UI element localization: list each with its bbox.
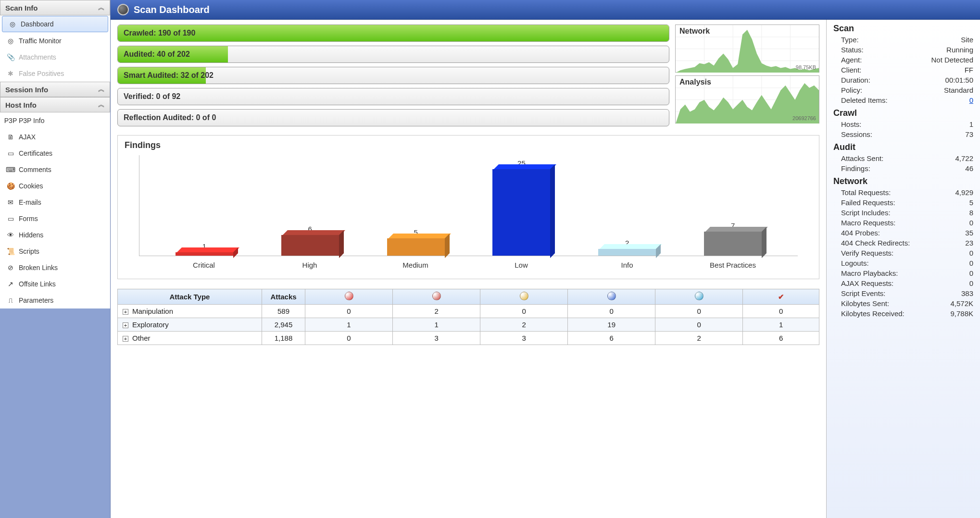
- expand-icon[interactable]: +: [123, 322, 128, 328]
- sidebar-item-label: AJAX: [19, 133, 36, 141]
- info-row: 404 Probes:35: [833, 228, 973, 238]
- sidebar-item-label: False Positives: [19, 70, 64, 77]
- chevron-up-icon: ︽: [98, 3, 105, 12]
- bar-label: Low: [476, 261, 567, 269]
- chevron-up-icon: ︽: [98, 85, 105, 94]
- bar-high[interactable]: 6: [264, 225, 356, 256]
- bar-best-practices[interactable]: 7: [687, 222, 779, 256]
- info-row: Policy:Standard: [833, 85, 973, 95]
- severity-icon: [607, 292, 616, 300]
- sidebar-item-parameters[interactable]: ⎍Parameters: [0, 292, 110, 308]
- sidebar-item-hiddens-icon: 👁: [6, 231, 15, 239]
- info-row: Deleted Items:0: [833, 95, 973, 105]
- sidebar-item-label: Dashboard: [21, 20, 54, 28]
- progress-label: Audited: 40 of 202: [124, 50, 190, 59]
- table-header[interactable]: [480, 289, 568, 305]
- sidebar-item-cookies[interactable]: 🍪Cookies: [0, 178, 110, 194]
- sidebar-item-label: Comments: [19, 166, 51, 173]
- bar-label: High: [264, 261, 355, 269]
- table-row[interactable]: +Manipulation589020000: [118, 305, 819, 318]
- info-row: Total Requests:4,929: [833, 187, 973, 197]
- info-row: Attacks Sent:4,722: [833, 153, 973, 163]
- sidebar-item-p3p-info[interactable]: P3PP3P Info: [0, 112, 110, 129]
- expand-icon[interactable]: +: [123, 336, 128, 342]
- sidebar-item-attachments[interactable]: 📎Attachments: [0, 49, 110, 65]
- table-row[interactable]: +Other1,188033626: [118, 332, 819, 345]
- sidebar-item-label: Hiddens: [19, 231, 43, 239]
- sidebar-item-ajax[interactable]: 🗎AJAX: [0, 129, 110, 145]
- table-header[interactable]: Attack Type: [118, 289, 262, 305]
- sidebar-item-label: P3P Info: [19, 117, 44, 124]
- sidebar-item-cookies-icon: 🍪: [6, 182, 15, 190]
- sidebar-section-header[interactable]: Session Info︽: [0, 82, 110, 97]
- bar-label: Critical: [158, 261, 250, 269]
- progress-bar: Reflection Audited: 0 of 0: [117, 109, 669, 126]
- findings-bar-chart: 1 6 5 25 2: [139, 155, 798, 256]
- info-row: AJAX Requests:0: [833, 278, 973, 288]
- sidebar-item-scripts-icon: 📜: [6, 247, 15, 256]
- sidebar-item-forms-icon: ▭: [6, 214, 15, 223]
- bar-medium[interactable]: 5: [370, 228, 462, 256]
- info-panel: ScanType:SiteStatus:RunningAgent:Not Det…: [826, 20, 980, 518]
- info-section-header: Audit: [833, 142, 973, 152]
- info-row: 404 Check Redirects:23: [833, 238, 973, 248]
- info-link[interactable]: 0: [969, 96, 973, 104]
- info-row: Duration:00:01:50: [833, 75, 973, 85]
- sidebar-section-header[interactable]: Host Info︽: [0, 97, 110, 112]
- network-chart-value: 98.75KB: [796, 64, 816, 70]
- info-row: Sessions:73: [833, 129, 973, 139]
- sidebar-item-offsite-links[interactable]: ↗Offsite Links: [0, 276, 110, 292]
- table-header[interactable]: [568, 289, 655, 305]
- sidebar-item-attachments-icon: 📎: [6, 53, 15, 62]
- expand-icon[interactable]: +: [123, 309, 128, 315]
- info-row: Script Includes:8: [833, 208, 973, 218]
- sidebar-item-label: Attachments: [19, 53, 56, 61]
- sidebar-item-label: Parameters: [19, 296, 53, 304]
- sidebar-item-emails[interactable]: ✉E-mails: [0, 194, 110, 210]
- table-header[interactable]: [393, 289, 480, 305]
- info-row: Hosts:1: [833, 119, 973, 129]
- sidebar-item-scripts[interactable]: 📜Scripts: [0, 243, 110, 259]
- bar-info[interactable]: 2: [581, 239, 673, 256]
- bar-label: Info: [581, 261, 673, 269]
- sidebar-item-forms[interactable]: ▭Forms: [0, 210, 110, 227]
- sidebar-item-false-positives[interactable]: ✱False Positives: [0, 65, 110, 82]
- info-row: Client:FF: [833, 65, 973, 75]
- info-row: Kilobytes Sent:4,572K: [833, 298, 973, 308]
- bar-critical[interactable]: 1: [159, 242, 250, 256]
- sidebar-item-comments[interactable]: ⌨Comments: [0, 161, 110, 178]
- sidebar-item-offsite-links-icon: ↗: [6, 280, 15, 288]
- sidebar-item-hiddens[interactable]: 👁Hiddens: [0, 227, 110, 243]
- info-row: Failed Requests:5: [833, 197, 973, 208]
- sidebar-item-comments-icon: ⌨: [6, 165, 15, 174]
- sidebar-item-traffic-monitor-icon: ◎: [6, 37, 15, 45]
- sidebar-section-header[interactable]: Scan Info︽: [0, 0, 110, 15]
- sidebar-item-label: Certificates: [19, 149, 52, 157]
- sidebar-item-certificates[interactable]: ▭Certificates: [0, 145, 110, 161]
- sidebar-item-certificates-icon: ▭: [6, 149, 15, 158]
- progress-bar: Verified: 0 of 92: [117, 88, 669, 105]
- table-header[interactable]: ✔: [743, 289, 819, 305]
- table-header[interactable]: [655, 289, 743, 305]
- info-section-header: Crawl: [833, 108, 973, 118]
- sidebar-item-traffic-monitor[interactable]: ◎Traffic Monitor: [0, 33, 110, 49]
- findings-panel: Findings 1 6 5 25 2: [117, 135, 819, 279]
- table-header[interactable]: Attacks: [262, 289, 305, 305]
- sidebar-item-broken-links[interactable]: ⊘Broken Links: [0, 259, 110, 276]
- info-section-header: Scan: [833, 24, 973, 34]
- analysis-chart: Analysis 20692766: [675, 75, 819, 123]
- progress-label: Verified: 0 of 92: [124, 92, 180, 101]
- network-chart-title: Network: [679, 27, 710, 36]
- sidebar-item-dashboard[interactable]: ◎Dashboard: [2, 16, 108, 32]
- dashboard-icon: [117, 4, 129, 15]
- bar-low[interactable]: 25: [476, 159, 567, 256]
- table-header[interactable]: [305, 289, 393, 305]
- flag-icon: ✔: [778, 293, 784, 301]
- table-row[interactable]: +Exploratory2,9451121901: [118, 318, 819, 332]
- sidebar-item-false-positives-icon: ✱: [6, 69, 15, 78]
- severity-icon: [345, 292, 353, 300]
- sidebar-item-label: Broken Links: [19, 264, 58, 271]
- sidebar-item-label: Cookies: [19, 182, 43, 190]
- progress-label: Crawled: 190 of 190: [124, 29, 195, 37]
- sidebar: Scan Info︽◎Dashboard◎Traffic Monitor📎Att…: [0, 0, 111, 518]
